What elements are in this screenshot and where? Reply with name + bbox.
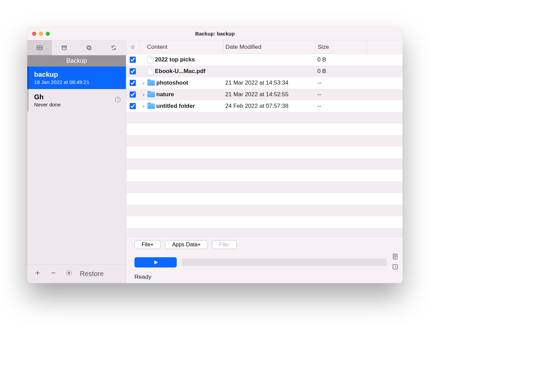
tab-archive[interactable] <box>52 40 76 55</box>
add-apps-data-button[interactable]: Apps Data+ <box>165 240 208 249</box>
table-row[interactable]: 2022 top picks0 B <box>126 54 403 66</box>
tab-backup[interactable] <box>27 40 52 55</box>
progress-bar <box>182 259 387 266</box>
svg-rect-5 <box>62 47 67 50</box>
backup-list: backup18 Jan 2022 at 08:49:21GhNever don… <box>27 67 126 112</box>
row-size: -- <box>315 91 367 98</box>
svg-point-13 <box>68 272 70 274</box>
row-name: Ebook-U...Mac.pdf <box>155 68 205 75</box>
play-icon <box>153 259 159 265</box>
table-row-empty <box>126 135 403 147</box>
table-row-empty <box>126 216 403 228</box>
sidebar-footer: Restore <box>27 264 126 283</box>
tab-copy[interactable] <box>77 40 101 55</box>
file-icon <box>147 68 154 75</box>
table-body: 2022 top picks0 BEbook-U...Mac.pdf0 B›ph… <box>126 54 403 236</box>
table-row-empty <box>126 205 403 216</box>
table-row-empty <box>126 147 403 158</box>
column-content[interactable]: Content <box>139 40 223 54</box>
table-row-empty <box>126 112 403 124</box>
clock-icon <box>392 263 399 270</box>
svg-point-15 <box>132 46 133 47</box>
file-table-area: Content Date Modified Size 2022 top pick… <box>126 40 403 283</box>
row-checkbox[interactable] <box>130 57 136 63</box>
document-icon <box>392 253 399 260</box>
row-name: photoshoot <box>156 79 188 86</box>
remove-file-button: File- <box>212 240 237 249</box>
row-size: 0 B <box>315 68 367 75</box>
row-name: nature <box>156 91 174 98</box>
backup-item-sub: Never done <box>34 102 120 107</box>
row-checkbox[interactable] <box>130 80 136 86</box>
row-date: 24 Feb 2022 at 07:57:38 <box>223 103 315 110</box>
status-text: Ready <box>130 272 399 280</box>
tab-sync[interactable] <box>101 40 126 55</box>
row-checkbox[interactable] <box>130 68 136 74</box>
window-title: Backup: backup <box>27 31 403 37</box>
copy-icon <box>86 44 92 51</box>
svg-rect-7 <box>88 47 91 50</box>
table-header: Content Date Modified Size <box>126 40 403 54</box>
column-spacer <box>367 40 403 54</box>
row-size: -- <box>315 103 367 110</box>
app-window: Backup: backup Backup backup18 Jan 2022 <box>27 27 403 283</box>
sidebar-tabs <box>27 40 126 55</box>
table-row-empty <box>126 170 403 182</box>
box-icon <box>61 44 68 51</box>
backup-item-name: Gh <box>34 93 120 101</box>
run-backup-button[interactable] <box>134 257 177 267</box>
settings-button[interactable] <box>64 270 74 278</box>
backup-item-name: backup <box>34 71 120 78</box>
row-size: 0 B <box>315 56 367 63</box>
minus-icon <box>50 270 57 276</box>
add-backup-button[interactable] <box>33 270 42 278</box>
row-date: 21 Mar 2022 at 14:53:34 <box>223 79 315 86</box>
remove-backup-button[interactable] <box>48 270 58 278</box>
row-date: 21 Mar 2022 at 14:52:55 <box>223 91 315 98</box>
sidebar: Backup backup18 Jan 2022 at 08:49:21GhNe… <box>27 40 126 283</box>
svg-rect-8 <box>87 46 90 49</box>
column-radio[interactable] <box>126 40 139 54</box>
footer: File+ Apps Data+ File- <box>126 236 403 283</box>
target-icon <box>130 45 135 49</box>
restore-button[interactable]: Restore <box>80 270 104 278</box>
titlebar: Backup: backup <box>27 27 403 40</box>
table-row[interactable]: ›photoshoot21 Mar 2022 at 14:53:34-- <box>126 77 403 89</box>
folder-icon <box>147 103 155 109</box>
row-checkbox[interactable] <box>130 103 136 109</box>
schedule-button[interactable] <box>392 263 399 272</box>
table-row-empty <box>126 182 403 193</box>
log-button[interactable] <box>392 253 399 261</box>
table-row[interactable]: ›nature21 Mar 2022 at 14:52:55-- <box>126 89 403 100</box>
table-row-empty <box>126 228 403 236</box>
table-row-empty <box>126 158 403 170</box>
sidebar-section-label: Backup <box>27 55 126 67</box>
footer-buttons: File+ Apps Data+ File- <box>130 240 399 249</box>
column-date[interactable]: Date Modified <box>223 40 315 54</box>
sidebar-item-backup[interactable]: backup18 Jan 2022 at 08:49:21 <box>27 67 126 89</box>
chevron-right-icon[interactable]: › <box>141 92 146 97</box>
chevron-right-icon[interactable]: › <box>141 80 146 86</box>
column-size[interactable]: Size <box>315 40 367 54</box>
folder-icon <box>147 80 155 86</box>
table-row-empty <box>126 193 403 205</box>
clock-icon <box>114 96 121 104</box>
table-row[interactable]: ›untitled folder24 Feb 2022 at 07:57:38-… <box>126 100 403 112</box>
row-name: untitled folder <box>156 103 195 110</box>
table-row-empty <box>126 124 403 135</box>
drawer-icon <box>36 44 43 51</box>
add-file-button[interactable]: File+ <box>134 240 161 249</box>
row-name: 2022 top picks <box>155 56 195 63</box>
backup-item-sub: 18 Jan 2022 at 08:49:21 <box>34 79 120 85</box>
sync-icon <box>110 44 117 51</box>
sidebar-item-gh[interactable]: GhNever done <box>27 89 126 112</box>
chevron-right-icon[interactable]: › <box>141 103 146 109</box>
plus-icon <box>34 270 41 276</box>
row-size: -- <box>315 79 367 86</box>
row-checkbox[interactable] <box>130 91 136 98</box>
folder-icon <box>147 92 155 97</box>
file-icon <box>147 56 154 63</box>
table-row[interactable]: Ebook-U...Mac.pdf0 B <box>126 66 403 77</box>
gear-icon <box>66 270 72 276</box>
